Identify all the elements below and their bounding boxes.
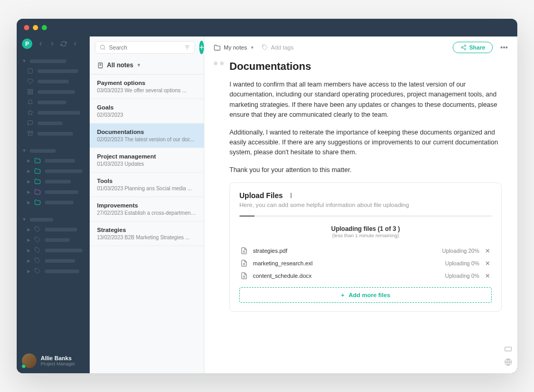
file-status: Uploading 0%: [445, 273, 479, 279]
upload-subtitle: Here, you can add some helpful informati…: [239, 202, 492, 208]
sidebar-folder[interactable]: ▶: [22, 155, 84, 166]
sidebar-item[interactable]: [22, 66, 84, 76]
keyboard-icon[interactable]: [504, 345, 512, 353]
svg-rect-6: [28, 131, 33, 132]
add-tags[interactable]: Add tags: [262, 44, 294, 51]
doc-paragraph[interactable]: Additionally, I wanted to reiterate the …: [229, 128, 502, 158]
sidebar-item[interactable]: [22, 107, 84, 118]
refresh-icon[interactable]: [60, 41, 67, 47]
file-row: marketing_research.exlUploading 0%: [239, 257, 492, 270]
note-meta: 01/03/2023 Planning ans Social media ...: [97, 186, 197, 191]
sidebar-tag[interactable]: ▶: [22, 255, 84, 266]
svg-point-15: [464, 45, 466, 46]
file-icon: [240, 272, 248, 279]
note-item[interactable]: Tools01/03/2023 Planning ans Social medi…: [90, 173, 204, 197]
note-item[interactable]: Payment options03/03/2023 We offer sever…: [90, 75, 204, 99]
notes-header[interactable]: All notes ▼: [90, 58, 204, 75]
sidebar-section-header[interactable]: ▼: [22, 146, 84, 155]
add-more-files-button[interactable]: + Add more files: [239, 287, 492, 303]
upload-card: Upload FilesI Here, you can add some hel…: [229, 182, 502, 312]
doc-paragraph[interactable]: Thank you for your attention to this mat…: [229, 165, 502, 175]
filter-icon[interactable]: [184, 44, 190, 51]
plus-icon: +: [341, 292, 345, 298]
chat-icon: [27, 120, 33, 126]
sidebar-tag[interactable]: ▶: [22, 266, 84, 276]
user-profile[interactable]: Allie Banks Project Manager: [17, 348, 90, 373]
star-icon: [27, 109, 33, 116]
share-button[interactable]: Share: [453, 42, 493, 53]
nav-forward-icon[interactable]: [49, 41, 55, 47]
tag-icon: [34, 247, 41, 253]
sidebar-section-header[interactable]: ▼: [22, 215, 84, 224]
note-item[interactable]: Documentations02/02/2023 The latest vers…: [90, 124, 204, 148]
status-indicator: [21, 364, 26, 369]
user-name: Allie Banks: [41, 355, 75, 361]
sidebar-tag[interactable]: ▶: [22, 245, 84, 255]
folder-icon: [34, 199, 41, 205]
sidebar-item[interactable]: [22, 87, 84, 97]
search-input[interactable]: [95, 41, 195, 54]
content-area: My notes ▼ Add tags Share ••• Documentat…: [204, 36, 517, 373]
titlebar: [17, 19, 517, 36]
file-status: Uploading 0%: [445, 260, 479, 266]
sidebar-folder[interactable]: ▶: [22, 166, 84, 176]
uploading-header: Uploading files (1 of 3 ): [239, 225, 492, 232]
note-item[interactable]: Goals02/03/2023: [90, 99, 204, 124]
note-title: Payment options: [97, 80, 197, 86]
file-name: content_schedule.docx: [253, 273, 440, 279]
note-meta: 01/03/2023 Updates: [97, 161, 197, 167]
note-title: Strategies: [97, 227, 197, 233]
sidebar-item[interactable]: [22, 76, 84, 87]
file-row: strategies.pdfUploading 20%: [239, 244, 492, 257]
breadcrumb[interactable]: My notes ▼: [214, 44, 254, 51]
folder-icon: [34, 178, 41, 185]
add-note-button[interactable]: +: [199, 41, 204, 54]
note-meta: 02/03/2023: [97, 112, 197, 118]
window-close[interactable]: [24, 25, 29, 30]
window-minimize[interactable]: [33, 25, 38, 30]
file-icon: [240, 247, 248, 254]
cancel-upload-button[interactable]: [484, 248, 491, 254]
tag-icon: [34, 268, 41, 274]
sidebar-tag[interactable]: ▶: [22, 224, 84, 235]
note-title: Goals: [97, 104, 197, 111]
svg-line-18: [463, 48, 464, 49]
svg-rect-0: [28, 69, 32, 74]
folder-icon: [34, 157, 41, 164]
note-item[interactable]: Improvements27/02/2023 Establish a cross…: [90, 197, 204, 222]
window-maximize[interactable]: [42, 25, 47, 30]
sidebar-folder[interactable]: ▶: [22, 197, 84, 207]
sidebar-item[interactable]: [22, 97, 84, 107]
note-item[interactable]: Strategies13/02/2023 B2B Marketing Strat…: [90, 222, 204, 246]
cancel-upload-button[interactable]: [484, 260, 491, 266]
bell-icon: [27, 99, 33, 105]
more-menu[interactable]: •••: [500, 43, 508, 52]
sidebar: P ▼ ▼ ▶ ▶: [17, 36, 90, 373]
note-meta: 02/02/2023 The latest version of our doc…: [97, 137, 197, 142]
sidebar-item[interactable]: [22, 118, 84, 128]
search-field[interactable]: [109, 44, 181, 51]
tag-icon: [34, 226, 41, 232]
sidebar-tag[interactable]: ▶: [22, 235, 84, 245]
note-title: Improvements: [97, 202, 197, 209]
globe-icon[interactable]: [504, 358, 512, 366]
sidebar-section-header[interactable]: ▼: [22, 56, 84, 66]
sidebar-item[interactable]: [22, 128, 84, 139]
note-item[interactable]: Project management01/03/2023 Updates: [90, 148, 204, 173]
archive-icon: [27, 130, 33, 137]
collapse-icon[interactable]: [72, 41, 78, 47]
app-window: P ▼ ▼ ▶ ▶: [17, 19, 517, 373]
svg-rect-4: [31, 92, 33, 94]
note-title: Tools: [97, 178, 197, 184]
heart-icon: [27, 78, 33, 84]
svg-rect-2: [31, 90, 33, 92]
uploading-remaining: (less than 1 minute remaining): [239, 232, 492, 238]
sidebar-folder[interactable]: ▶: [22, 187, 84, 197]
cancel-upload-button[interactable]: [484, 273, 491, 279]
workspace-badge[interactable]: P: [22, 39, 32, 49]
sidebar-folder[interactable]: ▶: [22, 176, 84, 187]
note-icon: [27, 68, 33, 74]
nav-back-icon[interactable]: [38, 41, 44, 47]
search-icon: [100, 44, 106, 51]
doc-paragraph[interactable]: I wanted to confirm that all team member…: [229, 80, 502, 120]
